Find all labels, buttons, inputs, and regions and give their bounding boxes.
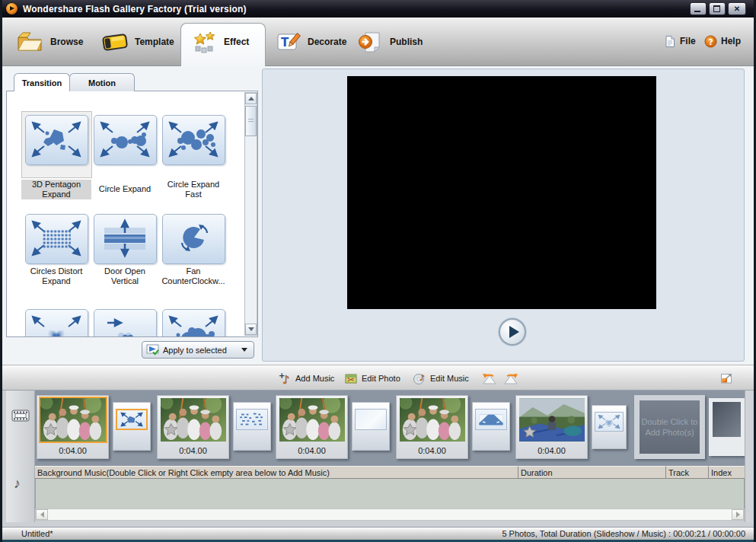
effect-label-circle-expand[interactable]: Circle Expand <box>90 184 160 194</box>
app-logo-icon <box>6 3 18 14</box>
tab-motion[interactable]: Motion <box>69 73 135 91</box>
effect-label-fan-counterclockwise[interactable]: Fan CounterClockw... <box>158 266 228 286</box>
photo-thumbnail-1[interactable]: 0:04.00 <box>37 395 109 459</box>
photo-duration-1: 0:04.00 <box>37 446 108 455</box>
rotate-right-button[interactable] <box>502 370 520 387</box>
scroll-left-icon <box>40 512 44 518</box>
effect-label-circle-expand-fast[interactable]: Circle Expand Fast <box>158 180 228 199</box>
effect-item-fan-counterclockwise[interactable] <box>162 214 225 264</box>
scroll-down-button[interactable] <box>245 324 257 335</box>
add-photos-placeholder[interactable]: Double Click to Add Photo(s) <box>634 395 705 459</box>
help-button-label: Help <box>721 36 741 46</box>
effect-item-circles-distort-expand[interactable] <box>25 214 88 264</box>
effect-item-heart-move[interactable] <box>94 309 157 337</box>
apply-to-selected-button[interactable]: Apply to selected <box>142 341 254 359</box>
edit-music-label: Edit Music <box>430 374 469 383</box>
rotate-left-button[interactable] <box>480 370 498 387</box>
tab-effect[interactable]: Effect <box>190 18 249 65</box>
music-table-header: Background Music(Double Click or Right C… <box>35 466 745 479</box>
effect-label-circles-distort-expand[interactable]: Circles Distort Expand <box>21 266 91 286</box>
splash-expand-icon <box>165 312 222 337</box>
scroll-left-button[interactable] <box>36 509 48 520</box>
effect-item-door-open-vertical[interactable] <box>94 214 157 264</box>
scrollbar-thumb[interactable] <box>245 106 257 136</box>
window-title: Wondershare Flash Gallery Factory (Trial… <box>23 4 247 14</box>
add-music-icon: ♪ + <box>279 372 292 385</box>
title-bar: Wondershare Flash Gallery Factory (Trial… <box>0 0 756 18</box>
pentagon-expand-icon <box>28 118 85 161</box>
empty-photo-frame-inner <box>713 402 741 437</box>
play-icon <box>509 326 519 338</box>
minimize-button[interactable] <box>690 2 707 15</box>
help-button[interactable]: ? Help <box>704 33 741 49</box>
preview-panel <box>262 69 745 362</box>
timeline-right-band <box>745 391 754 522</box>
film-strip-icon <box>11 410 30 422</box>
effect-item-splash-expand[interactable] <box>162 309 225 337</box>
heart-move-icon <box>97 312 153 337</box>
edit-music-icon: ♪ <box>413 372 427 385</box>
column-background-music: Background Music(Double Click or Right C… <box>35 466 518 479</box>
photo-thumbnail-5[interactable]: 0:04.00 <box>515 395 588 459</box>
transition-icon-5 <box>595 412 624 432</box>
svg-text:?: ? <box>709 37 713 46</box>
photo-strip: 0:04.00 <box>35 391 745 466</box>
edit-photo-label: Edit Photo <box>362 374 400 383</box>
column-index: Index <box>709 466 745 479</box>
effect-item-heart-expand[interactable] <box>25 309 88 337</box>
transition-thumbnail-4[interactable] <box>472 402 510 451</box>
tab-decorate[interactable]: T Decorate <box>276 18 346 65</box>
heart-expand-icon <box>28 312 85 337</box>
help-icon: ? <box>704 35 717 48</box>
scroll-down-icon <box>248 327 254 331</box>
effect-label-door-open-vertical[interactable]: Door Open Vertical <box>90 266 160 286</box>
close-button[interactable]: ✕ <box>728 2 746 15</box>
scroll-right-icon <box>736 512 740 518</box>
music-horizontal-scrollbar[interactable] <box>35 509 745 521</box>
publish-page-icon <box>358 30 384 53</box>
effect-label-3d-pentagon-expand[interactable]: 3D Pentagon Expand <box>21 180 91 199</box>
scroll-right-button[interactable] <box>732 509 744 520</box>
timeline-toolbar: ♪ + Add Music ✂ Edit Photo ♪ Edit Music <box>0 365 756 391</box>
add-music-button[interactable]: ♪ + Add Music <box>279 370 334 387</box>
timeline-body: ♪ 0:04.00 <box>0 391 756 527</box>
edit-music-button[interactable]: ♪ Edit Music <box>413 370 469 387</box>
transition-thumbnail-5[interactable] <box>592 405 627 449</box>
circle-expand-icon <box>97 118 153 161</box>
maximize-button[interactable] <box>709 2 726 15</box>
transition-thumbnail-1[interactable] <box>113 402 151 451</box>
tab-template[interactable]: Template <box>101 18 174 65</box>
transition-thumbnail-3[interactable] <box>352 402 390 451</box>
status-bar: Untitled* 5 Photos, Total Duration (Slid… <box>0 527 756 540</box>
add-photos-text: Double Click to Add Photo(s) <box>640 400 700 454</box>
tab-browse[interactable]: Browse <box>15 18 83 65</box>
tab-browse-label: Browse <box>50 37 83 47</box>
empty-photo-frame[interactable] <box>709 398 745 456</box>
expand-timeline-button[interactable] <box>720 370 733 387</box>
effect-item-3d-pentagon-expand[interactable] <box>25 115 88 165</box>
effect-item-circle-expand[interactable] <box>94 115 157 165</box>
folder-icon <box>15 30 44 53</box>
tab-publish[interactable]: Publish <box>358 18 423 65</box>
tab-decorate-label: Decorate <box>308 37 346 47</box>
transition-icon-1 <box>116 409 148 430</box>
scroll-up-button[interactable] <box>245 93 257 104</box>
svg-text:T: T <box>281 36 289 49</box>
photo-thumbnail-3[interactable]: 0:04.00 <box>276 395 348 459</box>
tab-publish-label: Publish <box>390 37 423 47</box>
effect-item-circle-expand-fast[interactable] <box>162 115 225 165</box>
window-left-edge <box>0 0 2 542</box>
edit-photo-button[interactable]: ✂ Edit Photo <box>344 370 400 387</box>
photo-thumbnail-2[interactable]: 0:04.00 <box>157 395 229 459</box>
column-duration: Duration <box>518 466 666 479</box>
svg-text:+: + <box>279 372 285 380</box>
music-track-area[interactable] <box>35 479 745 509</box>
photo-thumbnail-4[interactable]: 0:04.00 <box>396 395 468 459</box>
file-button[interactable]: File <box>664 33 696 49</box>
play-button[interactable] <box>499 318 526 346</box>
rotate-left-icon <box>480 372 498 385</box>
tab-transition[interactable]: Transition <box>14 73 70 91</box>
effects-scrollbar[interactable] <box>244 92 257 336</box>
dropdown-arrow-icon <box>241 348 247 352</box>
transition-thumbnail-2[interactable] <box>233 402 271 451</box>
